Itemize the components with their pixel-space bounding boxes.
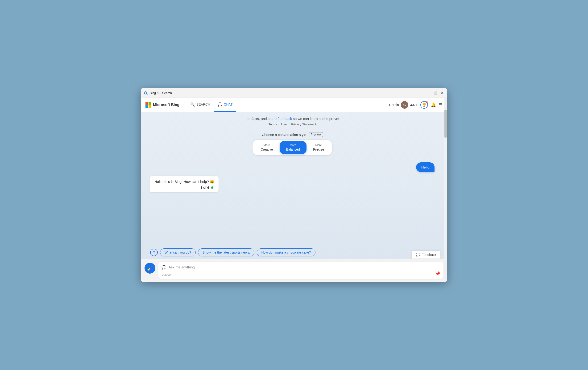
bot-message-footer: 1 of 6 (154, 184, 214, 190)
rewards-badge-icon[interactable]: 🏆 (420, 101, 428, 109)
bot-message-text: Hello, this is Bing. How can I help? 😊 (154, 180, 214, 184)
chat-area: Hello Hello, this is Bing. How can I hel… (141, 160, 444, 247)
precise-sub-label: More (315, 144, 322, 147)
user-message: Hello (416, 162, 434, 172)
bot-message: Hello, this is Bing. How can I help? 😊 1… (150, 176, 219, 192)
style-balanced-button[interactable]: More Balanced (280, 141, 306, 154)
notification-dot (426, 101, 428, 103)
balanced-sub-label: More (290, 144, 296, 147)
char-counter: 0/2000 (162, 273, 171, 277)
chat-icon-in-input: 💬 (161, 265, 166, 270)
svg-rect-3 (148, 102, 151, 105)
hamburger-menu-icon[interactable]: ☰ (439, 102, 442, 107)
feedback-icon: 💬 (416, 253, 420, 257)
link-divider: | (289, 123, 289, 126)
info-links: Terms of Use | Privacy Statement (150, 123, 434, 126)
info-text-part2: so we can learn and improve! (292, 117, 339, 121)
style-precise-button[interactable]: More Precise (306, 141, 331, 154)
info-text-part1: the facts, and (246, 117, 268, 121)
chat-input[interactable] (162, 265, 432, 270)
avatar-initial: C (403, 103, 406, 107)
conv-style-text: Choose a conversation style (262, 133, 306, 137)
status-dot (211, 186, 213, 189)
svg-rect-5 (148, 105, 151, 108)
main-content: the facts, and share feedback so we can … (141, 112, 447, 259)
style-buttons: More Creative More Balanced More Precise (252, 140, 332, 155)
conv-style-label: Choose a conversation style Preview (262, 132, 323, 137)
restore-button[interactable]: ⬜ (433, 91, 438, 95)
nav-items: 🔍 SEARCH 💬 CHAT (187, 98, 389, 112)
brand[interactable]: Microsoft Bing (146, 102, 179, 108)
svg-rect-2 (146, 102, 148, 105)
info-area: the facts, and share feedback so we can … (141, 112, 444, 128)
input-area: 🧹 💬 0/2000 📌 (141, 259, 447, 282)
title-bar-text: Bing AI - Search (150, 91, 427, 95)
search-icon (144, 91, 148, 95)
navbar: Microsoft Bing 🔍 SEARCH 💬 CHAT Corbin C … (141, 98, 447, 112)
suggestions-area: ? What can you do? Show me the latest sp… (141, 247, 444, 259)
close-button[interactable]: ✕ (440, 91, 444, 95)
terms-of-use-link[interactable]: Terms of Use (269, 123, 287, 126)
nav-right: Corbin C 4371 🏆 🔔 ☰ (389, 101, 442, 109)
share-feedback-link[interactable]: share feedback (268, 117, 292, 121)
info-text: the facts, and share feedback so we can … (150, 117, 434, 121)
suggestion-button-2[interactable]: Show me the latest sports news. (198, 248, 255, 257)
title-bar: Bing AI - Search − ⬜ ✕ (141, 88, 447, 98)
scrollbar-thumb[interactable] (444, 110, 447, 138)
user-points: 4371 (410, 103, 418, 107)
nav-chat-label: CHAT (224, 103, 232, 106)
message-counter: 1 of 6 (201, 186, 209, 189)
nav-chat[interactable]: 💬 CHAT (214, 98, 236, 112)
feedback-button[interactable]: 💬 Feedback (411, 251, 441, 259)
nav-search[interactable]: 🔍 SEARCH (187, 98, 214, 112)
creative-main-label: Creative (261, 147, 273, 152)
suggestion-button-3[interactable]: How do I make a chocolate cake? (257, 248, 315, 257)
bot-message-wrap: Hello, this is Bing. How can I help? 😊 1… (150, 176, 219, 192)
user-info: Corbin C 4371 (389, 101, 418, 109)
svg-line-1 (147, 94, 147, 95)
search-nav-icon: 🔍 (190, 102, 195, 107)
avatar[interactable]: C (401, 101, 408, 109)
style-creative-button[interactable]: More Creative (254, 141, 279, 154)
nav-search-label: SEARCH (196, 103, 210, 106)
feedback-label: Feedback (422, 253, 436, 257)
scrollbar-track (444, 98, 447, 282)
suggestions-help-icon: ? (150, 249, 158, 256)
brand-name: Microsoft Bing (153, 103, 179, 107)
svg-point-0 (144, 92, 147, 94)
title-bar-controls: − ⬜ ✕ (427, 91, 444, 95)
balanced-main-label: Balanced (286, 147, 300, 152)
suggestion-button-1[interactable]: What can you do? (160, 248, 196, 257)
preview-badge: Preview (309, 132, 323, 137)
new-chat-broom-button[interactable]: 🧹 (145, 263, 155, 274)
minimize-button[interactable]: − (427, 91, 431, 95)
chat-nav-icon: 💬 (218, 102, 222, 107)
pin-icon[interactable]: 📌 (435, 271, 440, 277)
creative-sub-label: More (263, 144, 270, 147)
input-box: 💬 0/2000 📌 (158, 262, 443, 279)
bing-logo-icon (146, 102, 151, 108)
privacy-statement-link[interactable]: Privacy Statement (291, 123, 316, 126)
svg-rect-4 (146, 105, 148, 108)
bell-icon[interactable]: 🔔 (431, 102, 436, 107)
conv-style-area: Choose a conversation style Preview More… (141, 128, 444, 160)
main-window: Bing AI - Search − ⬜ ✕ Microsoft Bing 🔍 … (141, 88, 447, 282)
user-name: Corbin (389, 103, 399, 107)
precise-main-label: Precise (313, 147, 324, 152)
